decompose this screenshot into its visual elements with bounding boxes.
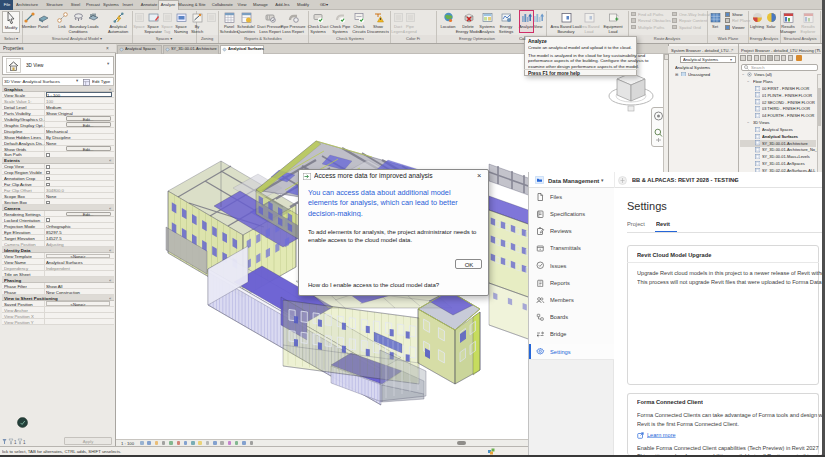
- svg-text:1: 1: [14, 440, 17, 445]
- svg-text:1: 1: [23, 440, 26, 445]
